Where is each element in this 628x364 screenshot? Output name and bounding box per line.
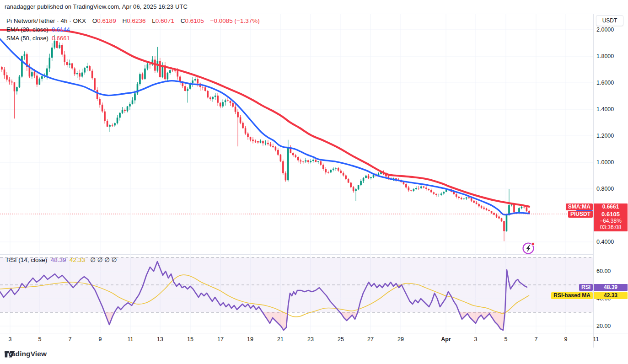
open-label: O — [92, 17, 97, 24]
price-tick-label: 1.0000 — [596, 159, 614, 166]
rsi-value-tag: 48.39 — [594, 284, 628, 291]
price-change-percent: −64.38% — [594, 218, 628, 224]
time-axis-border — [0, 333, 628, 333]
time-tick-label: 21 — [277, 336, 284, 343]
sma-label: SMA (50, close) — [6, 35, 48, 42]
last-price-tag: 0.6105−64.38%03:36:08 — [594, 210, 628, 231]
price-chart-canvas[interactable] — [0, 14, 593, 254]
price-tick-label: 1.8000 — [596, 53, 614, 60]
time-tick-label: 5 — [505, 336, 508, 343]
lightning-boost-icon — [521, 241, 536, 256]
rsi-ma-value-tag: 42.33 — [594, 292, 628, 299]
candlestick-series — [1, 35, 530, 241]
price-tick-label: 2.0000 — [596, 26, 614, 33]
time-tick-label: 5 — [38, 336, 42, 343]
price-tick-label: 1.2000 — [596, 132, 614, 139]
time-tick-label: Apr — [441, 336, 451, 343]
symbol-price-pill: PIUSDT — [568, 211, 593, 218]
high-label: H — [122, 17, 127, 24]
low-value: 0.6071 — [156, 17, 174, 24]
time-tick-label: 23 — [307, 336, 314, 343]
close-label: C — [181, 17, 185, 24]
rsi-chart-canvas[interactable] — [0, 254, 593, 333]
ema20-line — [0, 39, 529, 214]
ema-value: 0.6144 — [52, 26, 70, 33]
footer: TradingView — [5, 350, 47, 358]
ema-label: EMA (20, close) — [6, 26, 48, 33]
sma-row[interactable]: SMA (50, close) 0.6661 — [6, 34, 260, 43]
high-value: 0.6236 — [127, 17, 145, 24]
time-tick-label: 9 — [99, 336, 102, 343]
attribution-text: ranadagger published on TradingView.com,… — [5, 3, 188, 10]
time-tick-label: 11 — [128, 336, 134, 343]
low-label: L — [152, 17, 156, 24]
open-value: 0.6189 — [97, 17, 116, 24]
sma-value: 0.6661 — [52, 35, 70, 42]
rsi-legend-row[interactable]: RSI (14, close) 48.39 42.33 ∅ ∅ ∅ ∅ — [6, 256, 117, 263]
time-tick-label: 25 — [338, 336, 344, 343]
rsi-tick-label: 20.00 — [596, 322, 611, 330]
currency-toggle-button[interactable]: USDT — [596, 15, 623, 26]
candle-countdown: 03:36:08 — [594, 224, 628, 230]
boost-button[interactable] — [521, 241, 536, 256]
time-tick-label: 11 — [593, 336, 599, 343]
time-tick-label: 7 — [69, 336, 72, 343]
change-value: −0.0085 (−1.37%) — [210, 17, 260, 24]
rsi-ma-pill: RSI-based MA — [551, 292, 593, 299]
time-tick-label: 3 — [9, 336, 12, 343]
last-price-value: 0.6105 — [594, 210, 628, 218]
time-tick-label: 13 — [157, 336, 163, 343]
price-tick-label: 0.8000 — [596, 185, 614, 193]
time-tick-label: 7 — [535, 336, 538, 343]
rsi-empty-values: ∅ ∅ ∅ ∅ — [90, 257, 117, 263]
time-tick-label: 15 — [187, 336, 193, 343]
chart-legend: Pi Network/Tether · 4h · OKX O0.6189 H0.… — [6, 16, 260, 43]
rsi-pill: RSI — [579, 284, 593, 291]
rsi-legend-value: 48.39 — [51, 257, 66, 263]
symbol-row[interactable]: Pi Network/Tether · 4h · OKX O0.6189 H0.… — [6, 16, 260, 25]
ema-row[interactable]: EMA (20, close) 0.6144 — [6, 25, 260, 34]
price-tick-label: 1.4000 — [596, 106, 614, 113]
time-tick-label: 3 — [474, 336, 478, 343]
sma-price-tag: 0.6661 — [594, 203, 628, 210]
rsi-tick-label: 60.00 — [596, 268, 611, 275]
tradingview-snapshot: ranadagger published on TradingView.com,… — [0, 0, 628, 364]
price-tick-label: 0.4000 — [596, 238, 614, 246]
time-tick-label: 17 — [217, 336, 224, 343]
time-tick-label: 19 — [247, 336, 253, 343]
rsi-ma-legend-value: 42.33 — [70, 257, 85, 263]
price-tick-label: 1.6000 — [596, 79, 614, 86]
sma-price-pill: SMA:MA — [566, 203, 593, 210]
rsi-indicator-label: RSI (14, close) — [6, 257, 47, 263]
symbol-title[interactable]: Pi Network/Tether · 4h · OKX — [6, 17, 86, 24]
time-tick-label: 27 — [367, 336, 374, 343]
tradingview-logo-icon[interactable] — [5, 350, 15, 358]
time-tick-label: 9 — [564, 336, 568, 343]
time-tick-label: 29 — [397, 336, 404, 343]
close-value: 0.6105 — [185, 17, 204, 24]
